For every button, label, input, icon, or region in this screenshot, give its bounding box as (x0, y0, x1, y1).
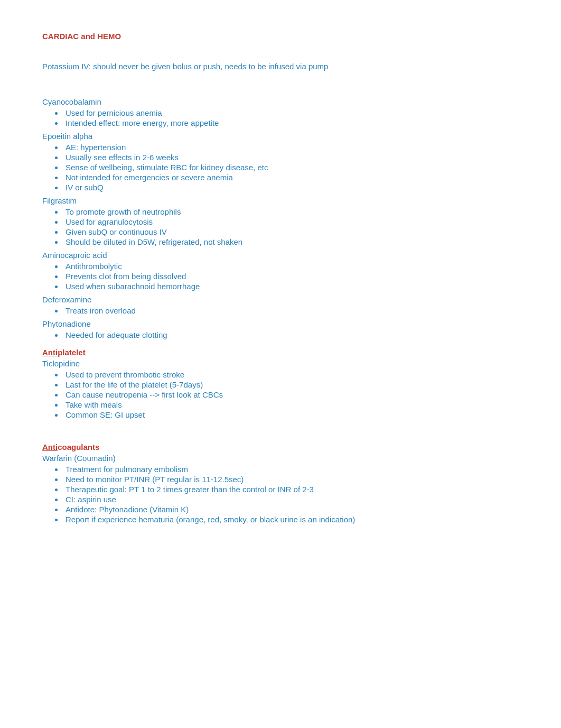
list-item: Take with meals (63, 400, 519, 409)
list-item: Used for agranulocytosis (63, 217, 519, 226)
list-item: Needed for adequate clotting (63, 330, 519, 339)
drug-name-epoeitin: Epoeitin alpha (42, 132, 519, 141)
drug-cyanocobalamin: Cyanocobalamin Used for pernicious anemi… (42, 97, 519, 127)
list-item: Usually see effects in 2-6 weeks (63, 153, 519, 162)
ticlopidine-name: Ticlopidine (42, 359, 519, 368)
list-item: Antithrombolytic (63, 262, 519, 271)
antiplatelet-section: Antiplatelet Ticlopidine Used to prevent… (42, 348, 519, 419)
list-item: Treatment for pulmonary embolism (63, 465, 519, 474)
antiplatelet-heading: Antiplatelet (42, 348, 519, 357)
drug-name-deferoxamine: Deferoxamine (42, 295, 519, 304)
list-item: Prevents clot from being dissolved (63, 272, 519, 281)
list-item: Given subQ or continuous IV (63, 227, 519, 236)
drug-phytonadione: Phytonadione Needed for adequate clottin… (42, 319, 519, 339)
list-item: AE: hypertension (63, 143, 519, 152)
list-item: Sense of wellbeing, stimulate RBC for ki… (63, 163, 519, 172)
warfarin-name: Warfarin (Coumadin) (42, 454, 519, 463)
drug-name-cyanocobalamin: Cyanocobalamin (42, 97, 519, 106)
list-item: Common SE: GI upset (63, 410, 519, 419)
drug-name-aminocaproic: Aminocaproic acid (42, 251, 519, 260)
drug-name-phytonadione: Phytonadione (42, 319, 519, 328)
drug-bullets-aminocaproic: Antithrombolytic Prevents clot from bein… (63, 262, 519, 291)
drug-deferoxamine: Deferoxamine Treats iron overload (42, 295, 519, 315)
list-item: Used when subarachnoid hemorrhage (63, 282, 519, 291)
drug-bullets-cyanocobalamin: Used for pernicious anemia Intended effe… (63, 108, 519, 127)
list-item: Intended effect: more energy, more appet… (63, 118, 519, 127)
drug-aminocaproic: Aminocaproic acid Antithrombolytic Preve… (42, 251, 519, 291)
list-item: Can cause neutropenia --> first look at … (63, 390, 519, 399)
drug-bullets-phytonadione: Needed for adequate clotting (63, 330, 519, 339)
drug-bullets-ticlopidine: Used to prevent thrombotic stroke Last f… (63, 370, 519, 419)
list-item: Used for pernicious anemia (63, 108, 519, 117)
drug-filgrastim: Filgrastim To promote growth of neutroph… (42, 196, 519, 246)
drug-bullets-warfarin: Treatment for pulmonary embolism Need to… (63, 465, 519, 524)
section-heading: CARDIAC and HEMO (42, 32, 519, 41)
drug-bullets-deferoxamine: Treats iron overload (63, 306, 519, 315)
drug-bullets-epoeitin: AE: hypertension Usually see effects in … (63, 143, 519, 192)
list-item: Used to prevent thrombotic stroke (63, 370, 519, 379)
drug-bullets-filgrastim: To promote growth of neutrophils Used fo… (63, 207, 519, 246)
list-item: IV or subQ (63, 183, 519, 192)
list-item: To promote growth of neutrophils (63, 207, 519, 216)
list-item: Last for the life of the platelet (5-7da… (63, 380, 519, 389)
intro-line: Potassium IV: should never be given bolu… (42, 62, 519, 71)
list-item: CI: aspirin use (63, 495, 519, 504)
list-item: Report if experience hematuria (orange, … (63, 515, 519, 524)
anticoagulants-section: Anticoagulants Warfarin (Coumadin) Treat… (42, 443, 519, 524)
list-item: Antidote: Phytonadione (Vitamin K) (63, 505, 519, 514)
anticoagulants-heading: Anticoagulants (42, 443, 519, 451)
drug-epoeitin: Epoeitin alpha AE: hypertension Usually … (42, 132, 519, 192)
drug-name-filgrastim: Filgrastim (42, 196, 519, 205)
list-item: Therapeutic goal: PT 1 to 2 times greate… (63, 485, 519, 494)
list-item: Should be diluted in D5W, refrigerated, … (63, 237, 519, 246)
page-container: CARDIAC and HEMO Potassium IV: should ne… (42, 32, 519, 524)
list-item: Treats iron overload (63, 306, 519, 315)
list-item: Need to monitor PT/INR (PT regular is 11… (63, 475, 519, 484)
list-item: Not intended for emergencies or severe a… (63, 173, 519, 182)
